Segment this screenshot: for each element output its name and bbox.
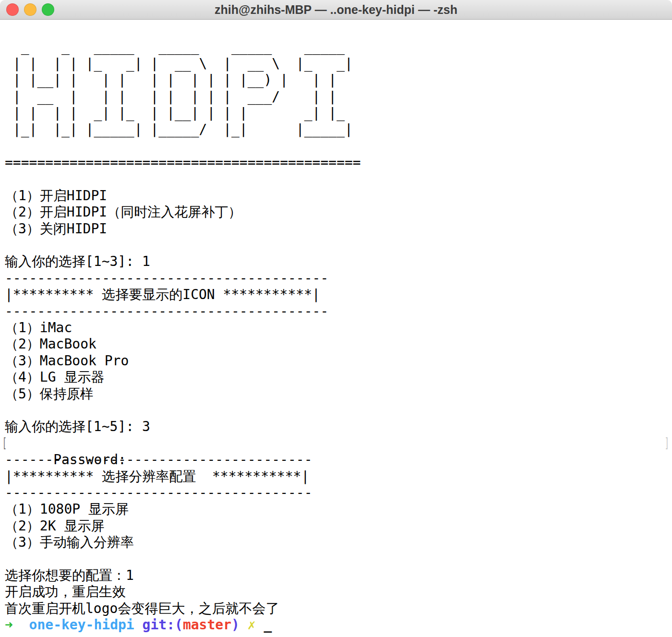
dashed-divider: -------------------------------------- <box>5 452 672 468</box>
shell-prompt-line: ➜ one-key-hidpi git:(master) ✗ _ <box>5 617 672 633</box>
close-button[interactable] <box>6 3 19 16</box>
window-title: zhih@zhihs-MBP — ..one-key-hidpi — -zsh <box>0 0 672 19</box>
window-titlebar[interactable]: zhih@zhihs-MBP — ..one-key-hidpi — -zsh <box>0 0 672 20</box>
prompt-directory: one-key-hidpi <box>29 617 143 633</box>
password-prompt-line[interactable]: [Password:] <box>5 435 672 452</box>
ascii-banner-line: | | | | |_ _| | __ \ | __ \ |_ _| <box>5 56 672 72</box>
ascii-banner-line: | |__| | | | | | | | | |__) | | | <box>5 72 672 88</box>
icon-menu-item: （5）保持原样 <box>5 386 672 402</box>
hidpi-menu-item: （2）开启HIDPI（同时注入花屏补丁） <box>5 204 672 220</box>
notice-message: 首次重启开机logo会变得巨大，之后就不会了 <box>5 601 672 617</box>
config-choice-line: 选择你想要的配置：1 <box>5 567 672 584</box>
equals-divider: ========================================… <box>5 155 672 171</box>
resolution-menu-item: （3）手动输入分辨率 <box>5 534 672 551</box>
terminal-blank-line <box>5 23 672 39</box>
terminal-blank-line <box>5 138 672 155</box>
git-dirty-mark: ✗ <box>248 617 264 633</box>
terminal-mark-left: [ <box>2 435 7 452</box>
resolution-section-header: |********** 选择分辨率配置 ***********| <box>5 469 672 485</box>
zoom-button[interactable] <box>42 3 54 16</box>
dashed-divider: ---------------------------------------- <box>5 303 672 320</box>
prompt-arrow-icon: ➜ <box>5 617 29 633</box>
icon-menu-item: （1）iMac <box>5 320 672 336</box>
choice-input-line: 输入你的选择[1~5]: 3 <box>5 419 672 435</box>
terminal-blank-line <box>5 237 672 253</box>
git-branch: master <box>183 617 231 633</box>
icon-menu-item: （3）MacBook Pro <box>5 353 672 369</box>
terminal-blank-line <box>5 402 672 419</box>
icon-menu-item: （4）LG 显示器 <box>5 369 672 385</box>
hidpi-menu-item: （3）关闭HIDPI <box>5 221 672 237</box>
choice-input-line: 输入你的选择[1~3]: 1 <box>5 253 672 270</box>
terminal-blank-line <box>5 551 672 567</box>
icon-section-header: |********** 选择要显示的ICON ***********| <box>5 287 672 303</box>
terminal-window: zhih@zhihs-MBP — ..one-key-hidpi — -zsh … <box>0 0 672 637</box>
success-message: 开启成功，重启生效 <box>5 584 672 600</box>
icon-menu-item: （2）MacBook <box>5 336 672 352</box>
terminal-screen[interactable]: _ _ _____ _____ _____ _____ | | | | |_ _… <box>0 20 672 633</box>
ascii-banner-line: |_| |_| |_____| |_____/ |_| |_____| <box>5 121 672 138</box>
dashed-divider: -------------------------------------- <box>5 485 672 501</box>
ascii-banner-line: | | | | _| |_ | |__| | | | _| |_ <box>5 105 672 121</box>
hidpi-menu-item: （1）开启HIDPI <box>5 188 672 204</box>
git-suffix: ) <box>231 617 248 633</box>
git-prefix: git:( <box>143 617 183 633</box>
resolution-menu-item: （2）2K 显示屏 <box>5 518 672 534</box>
ascii-banner-line: | __ | | | | | | | | ___/ | | <box>5 89 672 105</box>
dashed-divider: ---------------------------------------- <box>5 270 672 287</box>
resolution-menu-item: （1）1080P 显示屏 <box>5 501 672 517</box>
terminal-blank-line <box>5 171 672 188</box>
ascii-banner-line: _ _ _____ _____ _____ _____ <box>5 39 672 55</box>
terminal-mark-right: ] <box>665 435 669 452</box>
terminal-cursor: _ <box>264 617 272 633</box>
minimize-button[interactable] <box>24 3 36 16</box>
